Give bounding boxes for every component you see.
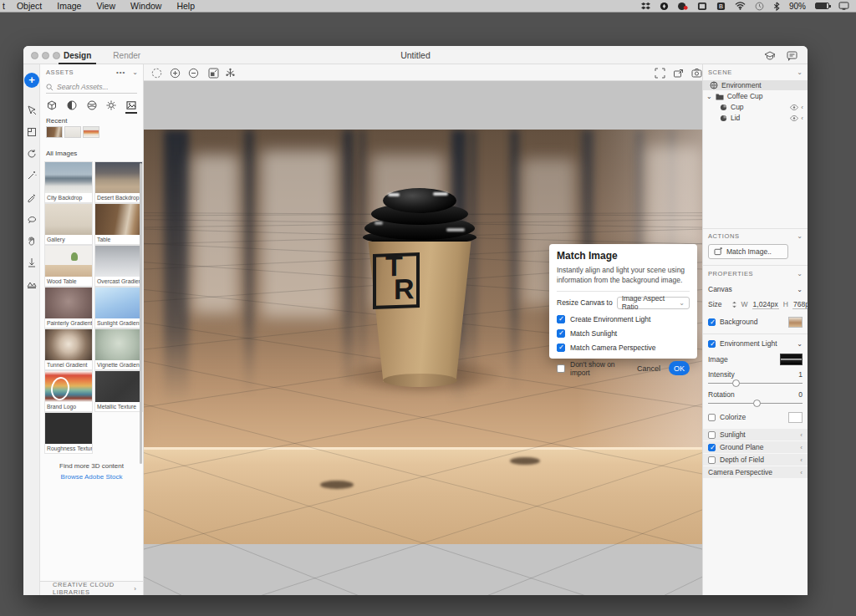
select-tool-icon[interactable] (24, 103, 39, 118)
asset-item[interactable]: Vignette Gradient (95, 329, 142, 369)
asset-item[interactable]: Wood Table (45, 246, 92, 286)
photos-status-icon[interactable] (697, 2, 707, 11)
intensity-slider[interactable] (708, 379, 802, 387)
marquee-select-icon[interactable] (150, 67, 162, 79)
learn-icon[interactable] (764, 49, 776, 64)
zoom-window-button[interactable] (53, 52, 60, 59)
match-camera-perspective-checkbox[interactable] (557, 344, 565, 352)
asset-item[interactable]: Roughness Texture (45, 413, 92, 453)
clock-icon[interactable] (755, 2, 764, 11)
canvas-height-input[interactable]: 768px (792, 300, 808, 309)
rotation-value[interactable]: 0 (798, 390, 802, 399)
menu-item-partial[interactable]: t (3, 1, 5, 11)
recent-asset-thumb[interactable] (64, 126, 81, 138)
row-chevron-icon[interactable]: ‹ (801, 104, 803, 111)
environment-image-thumb[interactable] (780, 354, 802, 365)
camera-perspective-expand-icon[interactable]: ‹ (800, 469, 802, 476)
images-category-icon[interactable] (125, 99, 137, 111)
menu-item-view[interactable]: View (96, 1, 115, 11)
menu-item-window[interactable]: Window (130, 1, 161, 11)
rotation-slider[interactable] (708, 400, 802, 407)
zoom-in-icon[interactable] (169, 67, 181, 79)
camera-perspective-section-row[interactable]: Camera Perspective ‹ (703, 466, 808, 478)
expand-chevron-icon[interactable]: ⌄ (706, 93, 712, 100)
add-content-button[interactable]: + (24, 73, 39, 88)
ground-plane-section-row[interactable]: Ground Plane ‹ (703, 441, 808, 453)
ok-button[interactable]: OK (669, 361, 690, 375)
assets-scrollbar[interactable] (140, 163, 142, 464)
recent-asset-thumb[interactable] (83, 126, 99, 138)
scene-node-environment[interactable]: Environment (703, 80, 808, 90)
models-category-icon[interactable] (46, 99, 58, 111)
canvas-width-input[interactable]: 1,024px (752, 300, 779, 309)
camera-bookmark-icon[interactable] (690, 67, 702, 79)
asset-item[interactable]: City Backdrop (45, 162, 92, 202)
tab-render[interactable]: Render (113, 46, 140, 64)
menu-item-image[interactable]: Image (57, 1, 81, 11)
scene-node-cup[interactable]: Cup ‹ (703, 102, 808, 112)
properties-collapse-icon[interactable]: ⌄ (797, 270, 802, 277)
dolly-tool-icon[interactable] (24, 255, 39, 270)
rotate-tool-icon[interactable] (24, 146, 39, 161)
colorize-swatch[interactable] (788, 412, 802, 423)
recent-asset-thumb[interactable] (46, 126, 63, 138)
scene-node-coffee-cup-group[interactable]: ⌄ Coffee Cup (703, 91, 808, 101)
environment-light-expand-icon[interactable]: ⌄ (797, 340, 802, 348)
textures-category-icon[interactable] (86, 99, 98, 111)
depth-of-field-checkbox[interactable] (708, 456, 716, 464)
asset-item[interactable]: Brand Logo (45, 371, 92, 411)
link-constrain-icon[interactable] (731, 301, 737, 308)
ground-plane-checkbox[interactable] (708, 444, 716, 451)
depth-of-field-expand-icon[interactable]: ‹ (800, 456, 802, 464)
asset-item[interactable]: Sunlight Gradient (95, 288, 142, 328)
minimize-window-button[interactable] (42, 52, 49, 59)
lights-category-icon[interactable] (105, 99, 117, 111)
horizon-tool-icon[interactable] (24, 277, 39, 292)
menu-item-object[interactable]: Object (17, 1, 42, 11)
asset-item[interactable]: Desert Backdrop (95, 162, 142, 202)
fit-image-icon[interactable] (207, 67, 219, 79)
browse-adobe-stock-link[interactable]: Browse Adobe Stock (40, 473, 143, 481)
colorize-checkbox[interactable] (708, 414, 716, 421)
feedback-icon[interactable] (787, 49, 797, 64)
display-mirroring-icon[interactable] (838, 2, 849, 10)
environment-light-checkbox[interactable] (708, 340, 716, 348)
canvas-collapse-icon[interactable]: ⌄ (797, 286, 802, 293)
asset-item[interactable]: Table (95, 204, 142, 244)
background-checkbox[interactable] (708, 318, 716, 326)
close-window-button[interactable] (31, 52, 38, 59)
hand-tool-icon[interactable] (24, 233, 39, 248)
sunlight-section-row[interactable]: Sunlight ‹ (703, 429, 808, 440)
background-image-thumb[interactable] (788, 317, 802, 328)
wifi-icon[interactable] (735, 2, 746, 10)
asset-search-input[interactable]: Search Assets... (46, 84, 137, 94)
fullscreen-icon[interactable] (654, 67, 665, 79)
sunlight-expand-icon[interactable]: ‹ (800, 431, 802, 439)
resize-canvas-select[interactable]: Image Aspect Ratio ⌄ (617, 297, 690, 309)
materials-category-icon[interactable] (66, 99, 78, 111)
ground-plane-expand-icon[interactable]: ‹ (800, 444, 802, 451)
bluetooth-icon[interactable] (773, 2, 780, 11)
depth-of-field-section-row[interactable]: Depth of Field ‹ (703, 454, 808, 466)
assets-collapse-icon[interactable]: ⌄ (132, 69, 138, 76)
dont-show-on-import-checkbox[interactable] (557, 364, 565, 373)
asset-item[interactable]: Gallery (45, 204, 92, 244)
asset-item[interactable]: Painterly Gradient (45, 288, 92, 328)
row-chevron-icon[interactable]: ‹ (801, 115, 803, 122)
cc-libraries-expand-icon[interactable]: › (134, 585, 136, 593)
coffee-cup-model[interactable]: T R (363, 188, 476, 389)
record-status-icon[interactable] (678, 2, 688, 11)
eyedropper-tool-icon[interactable] (24, 190, 39, 205)
cc-libraries-label[interactable]: CREATIVE CLOUD LIBRARIES (53, 581, 134, 595)
asset-item[interactable]: Tunnel Gradient (45, 329, 92, 369)
sunlight-checkbox[interactable] (708, 431, 716, 439)
render-preview-icon[interactable] (224, 67, 236, 79)
assets-menu-button[interactable]: ••• (116, 69, 125, 76)
scene-node-lid[interactable]: Lid ‹ (703, 113, 808, 123)
intensity-value[interactable]: 1 (798, 370, 802, 379)
actions-collapse-icon[interactable]: ⌄ (797, 232, 802, 240)
scene-collapse-icon[interactable]: ⌄ (797, 69, 802, 76)
create-environment-light-checkbox[interactable] (557, 315, 565, 323)
asset-item[interactable]: Metallic Texture (95, 371, 142, 411)
docs-status-icon[interactable]: B (716, 2, 726, 11)
